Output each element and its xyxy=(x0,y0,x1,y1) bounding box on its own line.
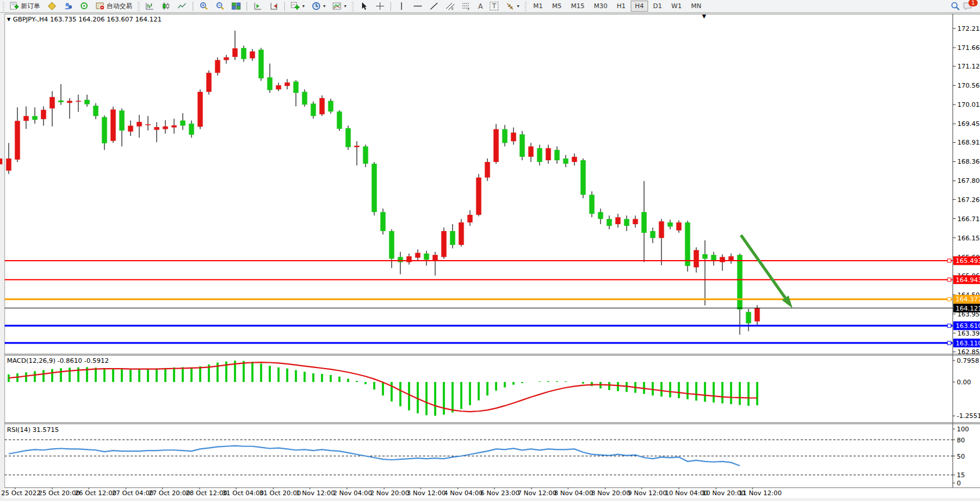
toolbar-grip[interactable] xyxy=(138,2,140,11)
svg-text:9 Nov 12:00: 9 Nov 12:00 xyxy=(628,489,667,497)
zoom-in-icon xyxy=(199,2,208,10)
horizontal-line-tool-button[interactable] xyxy=(410,0,425,13)
new-order-label: 新订单 xyxy=(21,2,40,10)
arrows-tool-button[interactable]: ▾ xyxy=(502,0,522,13)
candlestick-chart-button[interactable] xyxy=(158,0,173,13)
svg-text:31 Oct 20:00: 31 Oct 20:00 xyxy=(259,489,301,497)
toolbar-grip[interactable] xyxy=(352,2,354,11)
text-tool-button[interactable]: A xyxy=(475,0,486,13)
timeframe-h1-button[interactable]: H1 xyxy=(613,1,630,12)
chart-window[interactable]: 172.215171.660171.120170.565170.010169.4… xyxy=(0,13,980,501)
line-chart-button[interactable] xyxy=(175,0,190,13)
chat-badge: 1 xyxy=(968,0,978,6)
equidistant-channel-icon: E xyxy=(446,2,455,10)
chart-canvas[interactable]: 172.215171.660171.120170.565170.010169.4… xyxy=(0,13,980,501)
candlestick-chart-icon xyxy=(161,2,171,10)
macd-indicator-label: MACD(12,26,9) -0.8610 -0.5912 xyxy=(7,357,109,365)
svg-text:3 Nov 12:00: 3 Nov 12:00 xyxy=(407,489,446,497)
svg-text:171.660: 171.660 xyxy=(957,44,980,52)
svg-text:28 Oct 12:00: 28 Oct 12:00 xyxy=(186,489,227,497)
text-tool-icon: A xyxy=(478,2,483,10)
svg-text:164.121: 164.121 xyxy=(956,305,980,312)
dropdown-arrow-icon: ▾ xyxy=(302,3,305,9)
fibonacci-tool-button[interactable]: F xyxy=(459,0,474,13)
auto-trading-label: 自动交易 xyxy=(107,2,132,10)
periodicity-button[interactable]: ▾ xyxy=(309,0,328,13)
svg-text:-1.2551: -1.2551 xyxy=(957,412,980,420)
metaeditor-button[interactable] xyxy=(44,0,59,13)
profile-icon xyxy=(63,2,73,10)
text-label-tool-button[interactable]: T xyxy=(487,0,501,13)
crosshair-tool-button[interactable] xyxy=(373,0,388,13)
svg-text:4 Nov 04:00: 4 Nov 04:00 xyxy=(444,489,483,497)
svg-text:166.710: 166.710 xyxy=(957,215,980,223)
svg-text:0.00: 0.00 xyxy=(957,379,971,386)
template-icon xyxy=(332,2,342,10)
zoom-out-icon xyxy=(215,2,225,10)
chart-forward-button[interactable] xyxy=(250,0,265,13)
svg-text:26 Oct 12:00: 26 Oct 12:00 xyxy=(75,489,117,497)
bar-chart-button[interactable] xyxy=(142,0,157,13)
timeframe-w1-button[interactable]: W1 xyxy=(667,1,686,12)
dropdown-arrow-icon: ▾ xyxy=(517,3,519,9)
svg-text:1 Nov 12:00: 1 Nov 12:00 xyxy=(296,489,335,497)
crosshair-icon xyxy=(375,2,385,10)
svg-text:165.493: 165.493 xyxy=(956,257,980,265)
trendline-tool-button[interactable] xyxy=(426,0,442,13)
svg-text:F: F xyxy=(468,7,470,10)
zoom-out-button[interactable] xyxy=(212,0,227,13)
svg-text:163.610: 163.610 xyxy=(956,322,980,330)
svg-text:170.010: 170.010 xyxy=(957,101,980,109)
horizontal-line-icon xyxy=(413,2,422,10)
fibonacci-icon: F xyxy=(462,2,471,10)
profile-button[interactable] xyxy=(60,0,75,13)
svg-text:167.805: 167.805 xyxy=(957,177,980,185)
chart-shift-marker-icon[interactable]: ▼ xyxy=(702,13,706,19)
toolbar-grip[interactable] xyxy=(525,2,527,11)
time-axis[interactable]: 25 Oct 202225 Oct 20:0026 Oct 12:0027 Oc… xyxy=(1,488,782,497)
signals-button[interactable] xyxy=(77,0,92,13)
chat-icon[interactable]: 1 xyxy=(963,2,974,10)
zoom-in-button[interactable] xyxy=(196,0,211,13)
new-chart-button[interactable]: ▾ xyxy=(288,0,308,13)
svg-text:168.360: 168.360 xyxy=(957,158,980,165)
collapse-triangle-icon[interactable]: ▼ xyxy=(7,17,10,22)
cursor-icon xyxy=(359,2,368,10)
chart-title-text: GBPJPY-,H4 163.735 164.206 163.607 164.1… xyxy=(13,16,161,23)
timeframe-m5-button[interactable]: M5 xyxy=(548,1,566,12)
timeframe-m15-button[interactable]: M15 xyxy=(567,1,589,12)
new-chart-icon xyxy=(291,2,300,10)
timeframe-h4-button[interactable]: H4 xyxy=(631,1,648,12)
tile-windows-icon xyxy=(232,2,241,10)
timeframe-mn-button[interactable]: MN xyxy=(687,1,706,12)
chart-forward-icon xyxy=(253,2,262,10)
vertical-line-icon xyxy=(397,2,406,10)
svg-text:170.565: 170.565 xyxy=(957,82,980,89)
vertical-line-tool-button[interactable] xyxy=(394,0,409,13)
tile-windows-button[interactable] xyxy=(229,0,244,13)
svg-text:163.395: 163.395 xyxy=(957,330,980,337)
chart-shift-button[interactable] xyxy=(266,0,281,13)
svg-text:164.943: 164.943 xyxy=(956,276,980,284)
signals-icon xyxy=(79,2,89,10)
cursor-tool-button[interactable] xyxy=(356,0,371,13)
toolbar-grip[interactable] xyxy=(2,2,5,11)
main-toolbar: 新订单 自动交易 xyxy=(0,0,980,13)
timeframe-m30-button[interactable]: M30 xyxy=(590,1,612,12)
svg-text:2 Nov 04:00: 2 Nov 04:00 xyxy=(333,489,372,497)
svg-text:25 Oct 20:00: 25 Oct 20:00 xyxy=(38,489,80,497)
new-order-button[interactable]: 新订单 xyxy=(7,0,43,13)
timeframe-m1-button[interactable]: M1 xyxy=(529,1,547,12)
equidistant-channel-tool-button[interactable]: E xyxy=(443,0,458,13)
templates-button[interactable]: ▾ xyxy=(330,0,349,13)
search-icon[interactable] xyxy=(950,2,959,10)
auto-trading-button[interactable]: 自动交易 xyxy=(93,0,135,13)
auto-trading-icon xyxy=(96,2,105,10)
svg-text:2 Nov 20:00: 2 Nov 20:00 xyxy=(370,489,409,497)
chart-frame xyxy=(0,13,980,501)
new-order-icon xyxy=(10,2,19,10)
trendline-icon xyxy=(429,2,439,10)
svg-text:0: 0 xyxy=(957,480,961,487)
timeframe-d1-button[interactable]: D1 xyxy=(649,1,666,12)
metaeditor-icon xyxy=(47,2,56,10)
